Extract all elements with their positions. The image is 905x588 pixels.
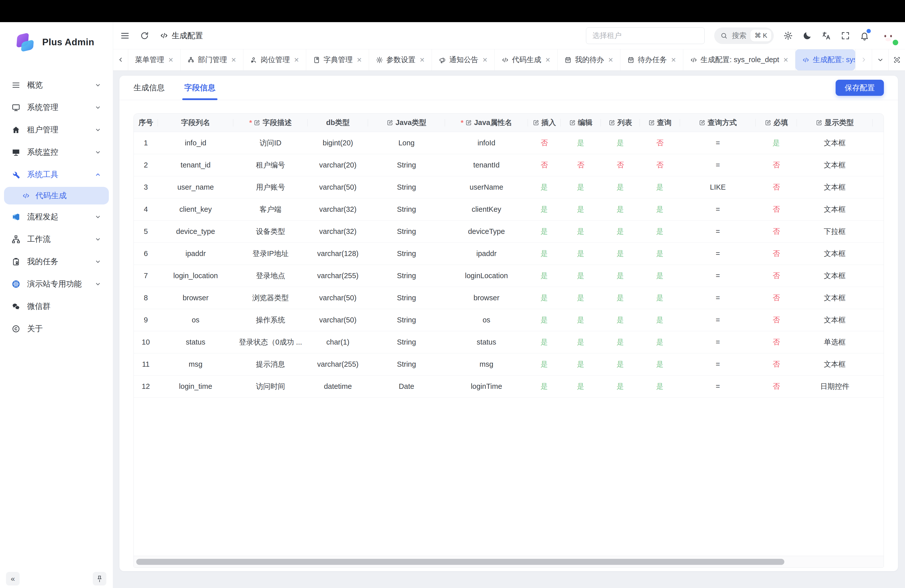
close-icon[interactable]: ✕ (483, 56, 488, 64)
tab-generate-info[interactable]: 生成信息 (133, 76, 165, 100)
table-row[interactable]: 11msg提示消息varchar(255)Stringmsg是是是是=否文本框 (134, 353, 884, 375)
tab-field-info[interactable]: 字段信息 (184, 76, 216, 100)
close-icon[interactable]: ✕ (783, 56, 788, 64)
search-shortcut: ⌘ K (750, 30, 771, 41)
close-icon[interactable]: ✕ (357, 56, 362, 64)
workspace-tab[interactable]: 我的待办✕ (557, 49, 621, 70)
sidebar-collapse-button[interactable]: « (6, 572, 20, 585)
tab-label: 我的待办 (575, 55, 604, 65)
code-icon (802, 56, 810, 64)
table-row[interactable]: 5device_type设备类型varchar(32)StringdeviceT… (134, 221, 884, 243)
tabs-scroll-right-button[interactable] (855, 49, 872, 70)
fullscreen-button[interactable] (841, 31, 850, 40)
table-cell: 否 (756, 154, 797, 176)
table-row[interactable]: 8browser浏览器类型varchar(50)Stringbrowser是是是… (134, 287, 884, 309)
tab-label: 字典管理 (324, 55, 353, 65)
table-cell: 否 (756, 199, 797, 220)
close-icon[interactable]: ✕ (671, 56, 676, 64)
table-row[interactable]: 1info_id访问IDbigint(20)LonginfoId否是是否=是文本… (134, 132, 884, 154)
horizontal-scrollbar[interactable] (134, 556, 884, 567)
workspace-tab[interactable]: 菜单管理✕ (128, 49, 181, 70)
close-icon[interactable]: ✕ (545, 56, 551, 64)
table-cell: String (368, 309, 445, 331)
table-cell: 是 (640, 176, 680, 198)
table-cell: tenantId (445, 154, 528, 176)
table-cell: browser (445, 287, 528, 309)
workspace-tab[interactable]: 部门管理✕ (181, 49, 243, 70)
table-cell: 是 (601, 309, 640, 331)
workspace-tab[interactable]: 生成配置: sys_role_dept✕ (683, 49, 795, 70)
tab-label: 代码生成 (512, 55, 541, 65)
breadcrumb: 生成配置 (160, 30, 203, 41)
sidebar-item[interactable]: 概览 (4, 75, 109, 95)
workspace-tab[interactable]: 字典管理✕ (306, 49, 369, 70)
close-icon[interactable]: ✕ (608, 56, 613, 64)
sidebar-item[interactable]: 系统监控 (4, 142, 109, 162)
table-cell: 是 (601, 265, 640, 287)
global-search-button[interactable]: 搜索 ⌘ K (714, 27, 774, 44)
sidebar-subitem[interactable]: 代码生成 (4, 187, 109, 205)
tabs-dropdown-button[interactable] (872, 49, 888, 70)
demo-icon (11, 280, 21, 288)
sidebar-item-label: 流程发起 (27, 211, 95, 222)
sidebar-item[interactable]: 我的任务 (4, 251, 109, 272)
sidebar-item[interactable]: 关于 (4, 319, 109, 339)
workspace-tab[interactable]: 通知公告✕ (432, 49, 495, 70)
table-row[interactable]: 2tenant_id租户编号varchar(20)StringtenantId否… (134, 154, 884, 176)
table-row[interactable]: 7login_location登录地点varchar(255)Stringlog… (134, 265, 884, 287)
sidebar-pin-button[interactable] (93, 572, 106, 585)
table-cell: login_location (158, 265, 233, 287)
table-cell: userName (445, 176, 528, 198)
table-row[interactable]: 10status登录状态（0成功 ...char(1)Stringstatus是… (134, 331, 884, 353)
workspace-tab[interactable]: 代码生成✕ (495, 49, 557, 70)
tabs-scroll-left-button[interactable] (113, 49, 128, 70)
close-icon[interactable]: ✕ (168, 56, 173, 64)
sidebar-item[interactable]: 系统管理 (4, 97, 109, 118)
close-icon[interactable]: ✕ (419, 56, 425, 64)
close-icon[interactable]: ✕ (231, 56, 236, 64)
sidebar-item[interactable]: 演示站专用功能 (4, 274, 109, 294)
clipboard-icon (11, 257, 21, 266)
dark-mode-toggle[interactable] (802, 31, 812, 40)
table-cell-stub (873, 331, 884, 353)
sidebar-item[interactable]: 流程发起 (4, 207, 109, 227)
sidebar-item[interactable]: 系统工具 (4, 164, 109, 184)
sidebar-item[interactable]: 工作流 (4, 229, 109, 249)
table-row[interactable]: 3user_name用户账号varchar(50)StringuserName是… (134, 176, 884, 199)
sidebar-item[interactable]: 微信群 (4, 296, 109, 316)
table-cell: os (158, 309, 233, 331)
workspace-tab[interactable]: 待办任务✕ (621, 49, 683, 70)
language-toggle[interactable] (822, 31, 831, 40)
refresh-button[interactable] (140, 31, 149, 40)
sidebar-item[interactable]: 租户管理 (4, 120, 109, 140)
workspace-tab[interactable]: 参数设置✕ (369, 49, 432, 70)
user-avatar[interactable] (879, 26, 897, 45)
table-cell-stub (873, 375, 884, 397)
edit-icon (387, 119, 393, 126)
content-fullscreen-button[interactable] (888, 49, 905, 70)
close-icon[interactable]: ✕ (294, 56, 299, 64)
workspace-tab[interactable]: 岗位管理✕ (243, 49, 306, 70)
table-row[interactable]: 9os操作系统varchar(50)Stringos是是是是=否文本框 (134, 309, 884, 331)
table-cell: 1 (134, 132, 158, 154)
notifications-button[interactable] (860, 31, 869, 40)
workspace-tab[interactable]: 生成配置: sys_lo (795, 49, 855, 70)
settings-button[interactable] (783, 31, 793, 40)
table-cell: os (445, 309, 528, 331)
table-cell: 是 (560, 132, 601, 154)
table-row[interactable]: 12login_time访问时间datetimeDateloginTime是是是… (134, 375, 884, 397)
scrollbar-thumb[interactable] (136, 559, 784, 565)
translate-icon (822, 31, 831, 40)
megaphone-icon (439, 56, 446, 64)
table-cell: 是 (528, 243, 560, 265)
table-cell: LIKE (680, 176, 756, 198)
collapse-menu-button[interactable] (120, 31, 130, 40)
table-cell: 设备类型 (233, 221, 308, 242)
save-config-button[interactable]: 保存配置 (836, 80, 884, 96)
table-cell: 9 (134, 309, 158, 331)
table-row[interactable]: 6ipaddr登录IP地址varchar(128)Stringipaddr是是是… (134, 243, 884, 265)
app-logo[interactable]: Plus Admin (0, 25, 113, 60)
table-cell: = (680, 243, 756, 265)
table-row[interactable]: 4client_key客户端varchar(32)StringclientKey… (134, 199, 884, 221)
tenant-select-input[interactable] (586, 27, 705, 44)
